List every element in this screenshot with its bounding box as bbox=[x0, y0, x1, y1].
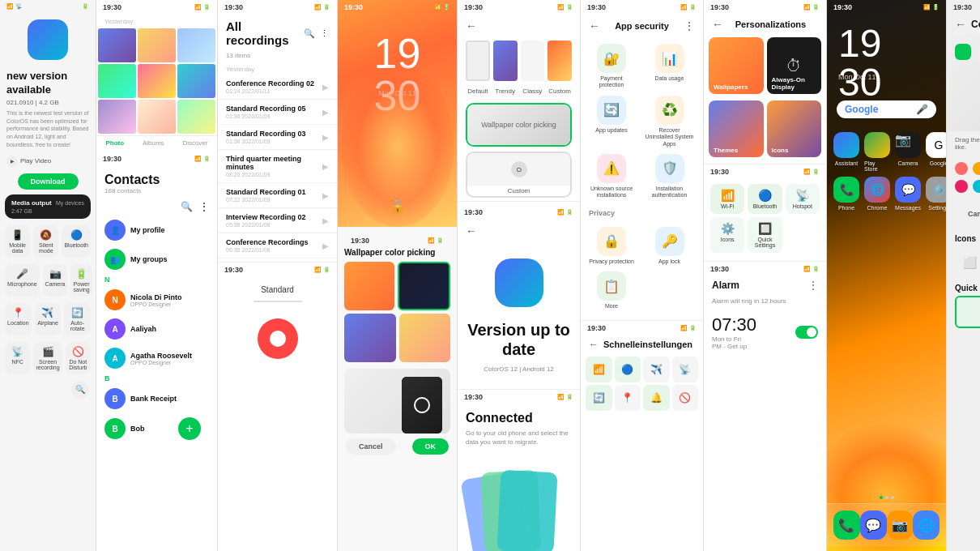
search-icon-p1[interactable]: 🔍 bbox=[71, 381, 89, 399]
color-dot-orange[interactable] bbox=[973, 162, 980, 175]
play-icon-7[interactable]: ▶ bbox=[322, 241, 329, 250]
wp-thumb-orange[interactable] bbox=[344, 262, 394, 310]
play-icon-4[interactable]: ▶ bbox=[322, 162, 329, 171]
photo-item-8[interactable] bbox=[138, 100, 176, 134]
tab-albums[interactable]: Albums bbox=[143, 139, 164, 147]
cancel-button-picker[interactable]: Cancel bbox=[346, 438, 396, 455]
qs-qs-tile[interactable]: 🔲 Quick Settings bbox=[748, 217, 782, 253]
tile-nfc[interactable]: 📡 NFC bbox=[5, 342, 30, 374]
more-icon-recordings[interactable]: ⋮ bbox=[320, 28, 329, 39]
recording-item-5[interactable]: Standard Recording 01 07:22 2022/01/09 ▶ bbox=[218, 183, 337, 208]
qt-loc[interactable]: 📍 bbox=[615, 385, 641, 411]
wp-thumb-yellow[interactable] bbox=[399, 314, 451, 362]
tile-mobile-data[interactable]: 📱 Mobile data bbox=[5, 225, 30, 258]
photo-item-9[interactable] bbox=[177, 100, 215, 134]
recording-item-3[interactable]: Standard Recording 03 01:36 2022/01/09 ▶ bbox=[218, 125, 337, 150]
tile-silent[interactable]: 🔕 Silent mode bbox=[33, 225, 58, 258]
pers-thumb-wallpapers[interactable]: Wallpapers bbox=[709, 37, 764, 94]
sec-recover[interactable]: ♻️ Recover Uninstalled System Apps bbox=[646, 96, 694, 147]
tab-discover[interactable]: Discover bbox=[182, 139, 207, 147]
contact-agatha[interactable]: A Agatha Roosevelt OPPO Designer bbox=[96, 344, 217, 373]
recording-item-7[interactable]: Conference Recordings 06:30 2022/01/06 ▶ bbox=[218, 233, 337, 258]
qs-icons-tile[interactable]: ⚙️ Icons bbox=[710, 217, 744, 253]
alarm-item-1[interactable]: 07:30 Mon to Fri PM - Get up bbox=[704, 308, 826, 357]
custom-option[interactable]: ○ Custom bbox=[466, 152, 572, 198]
tile-airplane[interactable]: ✈️ Airplane bbox=[35, 303, 62, 335]
sec-unknown[interactable]: ⚠️ Unknown source installations bbox=[587, 154, 636, 199]
search-icon-contacts[interactable]: 🔍 bbox=[181, 201, 193, 212]
app-playstore[interactable]: Play Store bbox=[864, 132, 890, 172]
sec-data-usage[interactable]: 📊 Data usage bbox=[646, 44, 694, 89]
cancel-colors-button[interactable]: Cancel bbox=[955, 206, 980, 222]
photo-item-1[interactable] bbox=[98, 28, 136, 62]
selected-wallpaper-preview[interactable]: Wallpaper color picking bbox=[466, 103, 572, 147]
pers-thumb-themes[interactable]: Themes bbox=[709, 100, 764, 157]
color-dot-red[interactable] bbox=[955, 162, 968, 175]
contact-bank[interactable]: B Bank Receipt bbox=[96, 384, 217, 413]
back-arrow-schnell[interactable]: ← bbox=[589, 339, 599, 350]
more-icon-p6[interactable]: ⋮ bbox=[684, 19, 695, 32]
ok-button-picker[interactable]: OK bbox=[412, 438, 450, 455]
tile-screen-rec[interactable]: 🎬 Screen recording bbox=[33, 342, 62, 374]
sec-payment[interactable]: 🔐 Payment protection bbox=[587, 44, 636, 89]
my-devices-btn[interactable]: My devices bbox=[56, 200, 84, 206]
color-dot-pink[interactable] bbox=[955, 180, 968, 193]
play-icon-6[interactable]: ▶ bbox=[322, 216, 329, 225]
photo-item-3[interactable] bbox=[177, 28, 215, 62]
contact-my-groups[interactable]: 👥 My groups bbox=[96, 245, 217, 274]
tile-bluetooth[interactable]: 🔵 Bluetooth bbox=[62, 225, 91, 258]
contact-my-profile[interactable]: 👤 My profile bbox=[96, 216, 217, 245]
wp-thumb-blue[interactable] bbox=[344, 314, 396, 362]
tile-autorotate[interactable]: 🔄 Auto-rotate bbox=[64, 303, 91, 335]
recording-item-4[interactable]: Third quarter meeting minutes 08:20 2022… bbox=[218, 150, 337, 183]
qt-hotspot[interactable]: 📡 bbox=[672, 357, 699, 382]
play-icon-3[interactable]: ▶ bbox=[322, 133, 329, 142]
back-arrow-p7[interactable]: ← bbox=[712, 18, 723, 31]
qt-airplane[interactable]: ✈️ bbox=[643, 357, 670, 382]
pers-thumb-icons[interactable]: Icons bbox=[767, 100, 822, 157]
priv-app-lock[interactable]: 🔑 App lock bbox=[646, 227, 694, 265]
alarm-toggle[interactable] bbox=[795, 326, 818, 339]
photo-item-2[interactable] bbox=[138, 28, 176, 62]
back-arrow-p5[interactable]: ← bbox=[458, 15, 580, 37]
recording-item-2[interactable]: Standard Recording 05 01:36 2022/01/09 ▶ bbox=[218, 100, 337, 125]
more-icon-alarm[interactable]: ⋮ bbox=[808, 280, 818, 291]
tile-mic[interactable]: 🎤 Microphone bbox=[5, 264, 40, 297]
priv-more[interactable]: 📋 More bbox=[587, 271, 636, 310]
photo-item-4[interactable] bbox=[98, 64, 136, 98]
app-google[interactable]: G Google bbox=[926, 132, 946, 172]
contact-nicola[interactable]: N Nicola Di Pinto OPPO Designer bbox=[96, 285, 217, 314]
qs-style-1[interactable] bbox=[955, 296, 980, 328]
style-classy[interactable] bbox=[521, 41, 545, 81]
back-arrow-p9[interactable]: ← bbox=[955, 18, 966, 31]
contact-bob[interactable]: B Bob + bbox=[96, 413, 217, 444]
photo-item-5[interactable] bbox=[138, 64, 176, 98]
search-icon-recordings[interactable]: 🔍 bbox=[304, 28, 315, 39]
photo-item-7[interactable] bbox=[98, 100, 136, 134]
app-settings[interactable]: ⚙️ Settings bbox=[926, 177, 946, 211]
qs-bt[interactable]: 🔵 Bluetooth bbox=[748, 184, 782, 214]
add-contact-button[interactable]: + bbox=[178, 417, 201, 440]
tile-camera[interactable]: 📷 Camera bbox=[43, 264, 68, 297]
dock-messages[interactable]: 💬 bbox=[860, 510, 887, 540]
app-messages[interactable]: 💬 Messages bbox=[895, 177, 921, 211]
app-chrome[interactable]: 🌐 Chrome bbox=[864, 177, 890, 211]
record-button[interactable] bbox=[258, 318, 298, 359]
tile-location[interactable]: 📍 Location bbox=[5, 303, 32, 335]
recording-item-1[interactable]: Conference Recording 02 01:24 2022/01/11… bbox=[218, 75, 337, 100]
dock-chrome[interactable]: 🌐 bbox=[913, 510, 940, 540]
contact-aaliyah[interactable]: A Aaliyah bbox=[96, 314, 217, 344]
dock-phone[interactable]: 📞 bbox=[833, 510, 860, 540]
app-phone[interactable]: 📞 Phone bbox=[833, 177, 859, 211]
qs-wifi[interactable]: 📶 Wi-Fi bbox=[710, 184, 744, 214]
back-arrow-p6[interactable]: ← bbox=[589, 19, 600, 32]
qt-bluetooth[interactable]: 🔵 bbox=[615, 357, 641, 382]
more-icon-contacts[interactable]: ⋮ bbox=[199, 201, 209, 212]
sec-app-updates[interactable]: 🔄 App updates bbox=[587, 96, 636, 147]
app-assistant[interactable]: Assistant bbox=[833, 132, 859, 172]
app-camera[interactable]: 📷 Camera bbox=[895, 132, 921, 172]
photo-item-6[interactable] bbox=[177, 64, 215, 98]
icon-style-1[interactable]: ⬜ bbox=[955, 248, 980, 277]
play-icon-5[interactable]: ▶ bbox=[322, 191, 329, 200]
download-button[interactable]: Download bbox=[18, 173, 79, 190]
